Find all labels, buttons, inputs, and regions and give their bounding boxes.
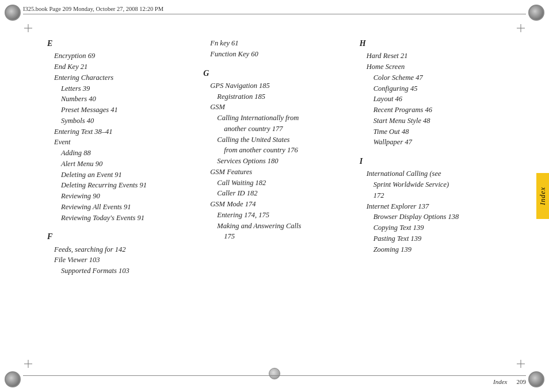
entry-entering-174: Entering 174, 175 xyxy=(203,210,345,221)
entry-numbers: Numbers 40 xyxy=(47,94,189,105)
entry-from-another-country-176: from another country 176 xyxy=(203,145,345,156)
content-area: E Encryption 69 End Key 21 Entering Char… xyxy=(40,30,509,362)
entry-letters: Letters 39 xyxy=(47,83,189,94)
entry-wallpaper: Wallpaper 47 xyxy=(360,137,502,148)
index-tab-label: Index xyxy=(539,187,547,205)
crosshair-tl xyxy=(24,24,32,32)
entry-zooming: Zooming 139 xyxy=(360,244,502,255)
section-e-letter: E xyxy=(47,38,189,49)
crosshair-br xyxy=(517,360,525,368)
entry-end-key: End Key 21 xyxy=(47,62,189,72)
section-i-letter: I xyxy=(360,156,502,167)
section-f-letter: F xyxy=(47,231,189,243)
entry-services-options: Services Options 180 xyxy=(203,156,345,167)
entry-copying-text: Copying Text 139 xyxy=(360,222,502,233)
entry-deleting-recurring: Deleting Recurring Events 91 xyxy=(47,180,189,191)
entry-caller-id: Caller ID 182 xyxy=(203,188,345,199)
corner-circle-br xyxy=(528,371,544,387)
entry-deleting-event: Deleting an Event 91 xyxy=(47,170,189,180)
entry-sprint-worldwide: Sprint Worldwide Service) xyxy=(360,179,502,190)
entry-another-country-177: another country 177 xyxy=(203,124,345,134)
column-left: E Encryption 69 End Key 21 Entering Char… xyxy=(40,30,196,362)
entry-reviewing-all: Reviewing All Events 91 xyxy=(47,202,189,213)
entry-gsm: GSM xyxy=(203,102,345,113)
entry-supported-formats: Supported Formats 103 xyxy=(47,266,189,276)
crosshair-tr xyxy=(517,24,525,32)
column-middle: Fn key 61 Function Key 60 G GPS Navigati… xyxy=(196,30,352,362)
page-header: I325.book Page 209 Monday, October 27, 2… xyxy=(23,6,526,14)
section-h-letter: H xyxy=(360,38,502,49)
entry-fn-key: Fn key 61 xyxy=(203,38,345,49)
entry-color-scheme: Color Scheme 47 xyxy=(360,72,502,83)
entry-international-calling: International Calling (see xyxy=(360,168,502,179)
entry-registration: Registration 185 xyxy=(203,91,345,102)
entry-encryption: Encryption 69 xyxy=(47,51,189,62)
entry-gsm-mode: GSM Mode 174 xyxy=(203,199,345,210)
entry-event: Event xyxy=(47,137,189,148)
column-right: H Hard Reset 21 Home Screen Color Scheme… xyxy=(353,30,509,362)
entry-pasting-text: Pasting Text 139 xyxy=(360,233,502,244)
entry-file-viewer: File Viewer 103 xyxy=(47,255,189,266)
page: I325.book Page 209 Monday, October 27, 2… xyxy=(0,0,549,392)
entry-reviewing: Reviewing 90 xyxy=(47,191,189,202)
entry-preset-messages: Preset Messages 41 xyxy=(47,105,189,116)
entry-start-menu-style: Start Menu Style 48 xyxy=(360,116,502,126)
entry-reviewing-today: Reviewing Today's Events 91 xyxy=(47,213,189,224)
entry-configuring: Configuring 45 xyxy=(360,83,502,94)
entry-gps-navigation: GPS Navigation 185 xyxy=(203,80,345,91)
header-text: I325.book Page 209 Monday, October 27, 2… xyxy=(23,6,163,12)
entry-gsm-features: GSM Features xyxy=(203,167,345,178)
entry-layout: Layout 46 xyxy=(360,94,502,105)
entry-calling-us: Calling the United States xyxy=(203,134,345,145)
entry-entering-characters: Entering Characters xyxy=(47,72,189,83)
entry-function-key: Function Key 60 xyxy=(203,49,345,60)
entry-entering-text: Entering Text 38–41 xyxy=(47,126,189,137)
entry-home-screen: Home Screen xyxy=(360,62,502,72)
entry-sprint-172: 172 xyxy=(360,190,502,201)
corner-circle-tl xyxy=(5,5,21,21)
corner-circle-bl xyxy=(5,371,21,387)
entry-internet-explorer: Internet Explorer 137 xyxy=(360,201,502,212)
entry-call-waiting: Call Waiting 182 xyxy=(203,178,345,189)
entry-hard-reset: Hard Reset 21 xyxy=(360,51,502,62)
entry-making-answering: Making and Answering Calls xyxy=(203,221,345,232)
entry-symbols: Symbols 40 xyxy=(47,116,189,126)
page-footer: Index 209 xyxy=(23,375,526,385)
entry-time-out: Time Out 48 xyxy=(360,126,502,137)
entry-making-answering-175: 175 xyxy=(203,231,345,242)
section-g-letter: G xyxy=(203,68,345,79)
entry-adding: Adding 88 xyxy=(47,148,189,159)
footer-page-number: 209 xyxy=(517,378,527,385)
crosshair-bl xyxy=(24,360,32,368)
entry-calling-internationally: Calling Internationally from xyxy=(203,113,345,124)
index-tab: Index xyxy=(536,173,549,219)
corner-circle-tr xyxy=(528,5,544,21)
entry-feeds: Feeds, searching for 142 xyxy=(47,244,189,255)
entry-alert-menu: Alert Menu 90 xyxy=(47,159,189,170)
footer-label: Index xyxy=(493,378,507,385)
entry-recent-programs: Recent Programs 46 xyxy=(360,105,502,116)
entry-browser-display: Browser Display Options 138 xyxy=(360,212,502,222)
